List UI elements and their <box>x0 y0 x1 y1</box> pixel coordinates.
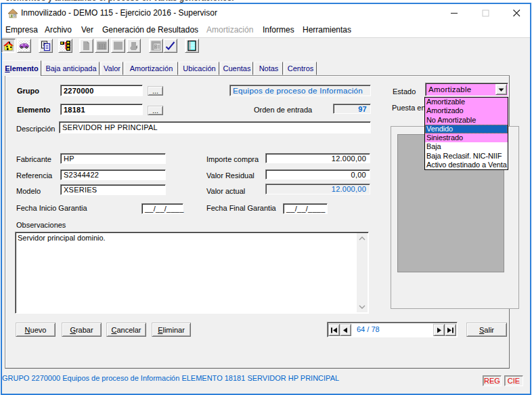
option-vendido[interactable]: Vendido <box>425 125 508 133</box>
tab-cuentas[interactable]: Cuentas <box>221 62 253 75</box>
maximize-icon <box>482 9 489 17</box>
grupo-value: 2270000 <box>64 85 94 96</box>
toolbar-vehicles-button[interactable] <box>17 39 31 53</box>
window-title: Inmovilizado - DEMO 115 - Ejercicio 2016… <box>21 4 217 22</box>
modelo-input[interactable]: XSERIES <box>60 184 166 195</box>
toolbar-table-button <box>95 39 109 53</box>
cancelar-button[interactable]: Cancelar <box>106 323 146 337</box>
option-siniestrado[interactable]: Siniestrado <box>425 133 508 142</box>
valor-residual-input[interactable]: 0,00 <box>265 169 370 180</box>
scroll-down-icon[interactable] <box>358 303 366 311</box>
menu-ver[interactable]: Ver <box>81 22 93 37</box>
screen: elementos y analizando el proceso en var… <box>0 0 532 395</box>
referencia-value: S2344422 <box>64 170 99 180</box>
estado-dropdown-button[interactable] <box>495 84 507 95</box>
close-button[interactable] <box>501 4 532 22</box>
fecha-final-garantia-input[interactable]: __/__/____ <box>283 203 328 214</box>
toolbar-drag-button <box>127 39 141 53</box>
tab-amortizacion[interactable]: Amortización <box>125 62 178 75</box>
tab-elemento[interactable]: Elemento <box>2 60 41 76</box>
importe-compra-value: 12.000,00 <box>332 154 366 163</box>
menu-informes[interactable]: Informes <box>263 22 294 37</box>
statusbar-cie-indicator: CIE <box>504 375 523 386</box>
toolbar-hierarchy-button[interactable] <box>58 39 72 53</box>
grupo-descripcion-box: Equipos de proceso de Información <box>229 85 371 96</box>
valor-actual-box: 12.000,00 <box>265 184 370 194</box>
fecha-inicio-garantia-input[interactable]: __/__/____ <box>141 203 183 214</box>
fabricante-label: Fabricante <box>16 155 51 163</box>
nuevo-button[interactable]: Nuevo <box>16 323 56 337</box>
table-form-icon <box>150 40 162 51</box>
orden-label: Orden de entrada <box>254 106 312 114</box>
valor-actual-label: Valor actual <box>206 187 245 195</box>
descripcion-input[interactable]: SERVIDOR HP PRINCIPAL <box>59 121 371 133</box>
option-amortizado[interactable]: Amortizado <box>425 106 508 115</box>
minimize-button[interactable] <box>439 4 470 22</box>
modelo-label: Modelo <box>16 187 41 195</box>
nav-next-button[interactable] <box>433 324 445 336</box>
modelo-value: XSERIES <box>64 185 97 194</box>
grabar-button[interactable]: Grabar <box>62 323 102 337</box>
tab-notas[interactable]: Notas <box>254 62 283 75</box>
grupo-input[interactable]: 2270000 <box>60 85 143 96</box>
app-house-icon <box>7 8 18 19</box>
menu-amortizacion: Amortización <box>206 22 253 37</box>
option-no-amortizable[interactable]: No Amortizable <box>425 116 508 125</box>
last-record-icon <box>447 327 454 333</box>
menu-generacion-de-resultados[interactable]: Generación de Resultados <box>102 22 198 37</box>
tab-baja-anticipada[interactable]: Baja anticipada <box>43 62 99 75</box>
option-activo-destinado-venta[interactable]: Activo destinado a Venta <box>425 161 508 169</box>
eliminar-button[interactable]: Eliminar <box>152 323 191 337</box>
nav-first-button[interactable] <box>328 324 340 336</box>
close-icon <box>513 9 520 17</box>
orden-box: 97 <box>333 104 371 114</box>
fabricante-value: HP <box>64 154 74 163</box>
copy-icon <box>40 40 51 51</box>
option-baja-reclasif[interactable]: Baja Reclasif. NIC-NIIF <box>425 152 508 161</box>
estado-value: Amortizable <box>428 83 471 96</box>
tab-centros[interactable]: Centros <box>284 62 317 75</box>
tab-valor[interactable]: Valor <box>101 62 123 75</box>
toolbar-form-button[interactable] <box>149 39 163 53</box>
nav-last-button[interactable] <box>445 324 456 336</box>
notes-list-icon <box>186 40 198 51</box>
fabricante-input[interactable]: HP <box>60 153 166 164</box>
grupo-descripcion-text: Equipos de proceso de Información <box>233 85 363 96</box>
menu-empresa[interactable]: Empresa <box>5 22 38 37</box>
minimize-icon <box>451 9 458 17</box>
option-amortizable[interactable]: Amortizable <box>425 98 508 106</box>
option-baja[interactable]: Baja <box>425 142 508 151</box>
toolbar-copy-button[interactable] <box>39 39 53 53</box>
fecha-inicio-garantia-value: __/__/____ <box>145 204 184 213</box>
menu-archivo[interactable]: Archivo <box>45 22 72 37</box>
elemento-input[interactable]: 18181 <box>60 104 143 115</box>
scroll-up-icon[interactable] <box>358 234 366 243</box>
next-record-icon <box>436 327 442 333</box>
toolbar-panel-button <box>111 39 125 53</box>
valor-actual-value: 12.000,00 <box>332 184 366 194</box>
elemento-value: 18181 <box>64 104 85 115</box>
nav-previous-button[interactable] <box>340 324 351 336</box>
observaciones-scrollbar[interactable] <box>357 233 368 312</box>
toolbar-notes-button[interactable] <box>185 39 199 53</box>
statusbar-reg-indicator: REG <box>483 375 502 386</box>
elemento-label: Elemento <box>17 106 51 114</box>
menu-herramientas[interactable]: Herramientas <box>303 22 351 37</box>
observaciones-textarea[interactable]: Servidor principal dominio. <box>15 232 369 314</box>
toolbar-validate-button[interactable] <box>163 39 177 53</box>
importe-compra-input[interactable]: 12.000,00 <box>265 153 370 163</box>
fecha-final-garantia-value: __/__/____ <box>286 204 326 213</box>
tab-ubicacion[interactable]: Ubicación <box>179 62 219 75</box>
document-icon <box>81 40 92 51</box>
estado-combobox[interactable]: Amortizable <box>425 83 508 96</box>
car-icon <box>18 40 30 51</box>
referencia-input[interactable]: S2344422 <box>60 169 166 180</box>
salir-button[interactable]: Salir <box>466 323 507 337</box>
observaciones-label: Observaciones <box>16 221 66 229</box>
statusbar-text: GRUPO 2270000 Equipos de proceso de Info… <box>2 371 476 385</box>
elemento-browse-button[interactable]: ... <box>148 106 163 115</box>
importe-compra-label: Importe compra <box>206 155 259 163</box>
toolbar-home-button[interactable] <box>1 39 16 53</box>
grupo-browse-button[interactable]: ... <box>148 86 163 96</box>
descripcion-label: Descripción <box>16 125 55 133</box>
